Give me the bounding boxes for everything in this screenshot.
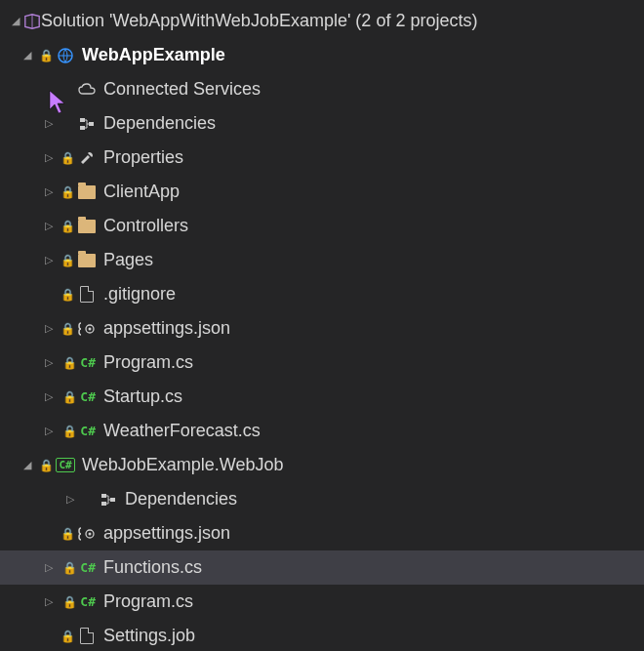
folder-controllers[interactable]: ▷ 🔒 Controllers <box>0 209 644 243</box>
svg-rect-3 <box>89 122 94 126</box>
expander-icon[interactable]: ▷ <box>41 185 57 198</box>
properties-a[interactable]: ▷ 🔒 Properties <box>0 141 644 175</box>
item-label: ClientApp <box>103 182 180 202</box>
file-program-a[interactable]: ▷ 🔒 C# Program.cs <box>0 346 644 380</box>
expander-icon[interactable]: ▷ <box>41 151 57 164</box>
cloud-icon <box>78 81 96 99</box>
expander-icon[interactable]: ▷ <box>41 117 57 130</box>
file-icon <box>78 286 96 304</box>
item-label: Controllers <box>103 216 188 236</box>
json-icon <box>78 320 96 338</box>
dependencies-icon <box>100 491 117 509</box>
expander-icon[interactable]: ▷ <box>62 493 78 506</box>
wrench-icon <box>78 149 96 167</box>
folder-clientapp[interactable]: ▷ 🔒 ClientApp <box>0 175 644 209</box>
item-label: WeatherForecast.cs <box>103 421 261 441</box>
expander-icon[interactable]: ▷ <box>41 561 57 574</box>
item-label: Connected Services <box>103 79 261 100</box>
lock-icon: 🔒 <box>62 562 77 574</box>
svg-rect-6 <box>101 494 106 498</box>
csharp-project-icon: C# <box>57 457 74 474</box>
svg-rect-7 <box>101 502 106 506</box>
lock-icon: 🔒 <box>39 50 54 61</box>
connected-services[interactable]: Connected Services <box>0 72 644 106</box>
web-project-icon <box>57 47 74 64</box>
solution-label: Solution 'WebAppWithWebJobExample' (2 of… <box>41 11 477 31</box>
file-startup[interactable]: ▷ 🔒 C# Startup.cs <box>0 380 644 414</box>
project-label: WebJobExample.WebJob <box>82 455 283 475</box>
file-weatherforecast[interactable]: ▷ 🔒 C# WeatherForecast.cs <box>0 414 644 448</box>
expander-icon[interactable]: ▷ <box>41 390 57 403</box>
folder-icon <box>78 183 96 201</box>
expander-icon[interactable]: ▷ <box>41 356 57 369</box>
csharp-icon: C# <box>80 355 96 370</box>
expander-icon[interactable]: ▷ <box>41 254 57 266</box>
file-gitignore[interactable]: 🔒 .gitignore <box>0 277 644 311</box>
dependencies-a[interactable]: ▷ Dependencies <box>0 106 644 141</box>
dependencies-icon <box>78 115 96 133</box>
item-label: Pages <box>103 250 153 270</box>
expander-icon[interactable]: ▷ <box>41 220 57 232</box>
lock-icon: 🔒 <box>62 596 77 608</box>
svg-rect-8 <box>110 498 115 502</box>
lock-icon: 🔒 <box>60 323 75 335</box>
file-program-b[interactable]: ▷ 🔒 C# Program.cs <box>0 585 644 619</box>
lock-icon: 🔒 <box>60 152 75 164</box>
file-settingsjob[interactable]: 🔒 Settings.job <box>0 619 644 651</box>
lock-icon: 🔒 <box>39 460 54 471</box>
csharp-icon: C# <box>80 594 96 609</box>
expander-icon[interactable]: ◢ <box>20 49 35 61</box>
lock-icon: 🔒 <box>60 221 75 232</box>
lock-icon: 🔒 <box>60 528 75 540</box>
item-label: Program.cs <box>103 591 193 612</box>
expander-icon[interactable]: ▷ <box>41 425 57 437</box>
item-label: Program.cs <box>103 352 193 373</box>
expander-icon[interactable]: ▷ <box>41 595 57 608</box>
lock-icon: 🔒 <box>60 631 75 642</box>
lock-icon: 🔒 <box>62 391 77 403</box>
solution-root[interactable]: ◢ Solution 'WebAppWithWebJobExample' (2 … <box>0 4 644 38</box>
lock-icon: 🔒 <box>60 289 75 301</box>
item-label: appsettings.json <box>103 523 230 544</box>
item-label: appsettings.json <box>103 318 230 339</box>
file-appsettings-a[interactable]: ▷ 🔒 appsettings.json <box>0 311 644 346</box>
dependencies-b[interactable]: ▷ Dependencies <box>0 482 644 516</box>
lock-icon: 🔒 <box>62 357 77 369</box>
item-label: Settings.job <box>103 626 195 646</box>
project-webappexample[interactable]: ◢ 🔒 WebAppExample <box>0 38 644 72</box>
project-label: WebAppExample <box>82 45 225 65</box>
project-webjobexample[interactable]: ◢ 🔒 C# WebJobExample.WebJob <box>0 448 644 482</box>
lock-icon: 🔒 <box>62 426 77 437</box>
svg-rect-1 <box>80 118 85 122</box>
item-label: Dependencies <box>125 489 237 509</box>
item-label: Functions.cs <box>103 557 202 578</box>
csharp-icon: C# <box>80 560 96 575</box>
item-label: .gitignore <box>103 284 176 305</box>
item-label: Properties <box>103 147 183 168</box>
file-icon <box>78 628 96 645</box>
json-icon <box>78 525 96 543</box>
solution-icon <box>23 13 41 30</box>
lock-icon: 🔒 <box>60 255 75 266</box>
item-label: Dependencies <box>103 113 216 134</box>
expander-icon[interactable]: ◢ <box>20 459 35 471</box>
svg-point-5 <box>89 327 92 330</box>
folder-pages[interactable]: ▷ 🔒 Pages <box>0 243 644 277</box>
item-label: Startup.cs <box>103 387 182 407</box>
folder-icon <box>78 218 96 235</box>
file-functions[interactable]: ▷ 🔒 C# Functions.cs <box>0 550 644 585</box>
file-appsettings-b[interactable]: 🔒 appsettings.json <box>0 516 644 550</box>
svg-point-10 <box>89 532 92 535</box>
csharp-icon: C# <box>80 389 96 404</box>
folder-icon <box>78 252 96 269</box>
expander-icon[interactable]: ▷ <box>41 322 57 335</box>
expander-icon[interactable]: ◢ <box>8 15 23 27</box>
csharp-icon: C# <box>80 424 96 438</box>
svg-rect-2 <box>80 126 85 130</box>
lock-icon: 🔒 <box>60 186 75 198</box>
